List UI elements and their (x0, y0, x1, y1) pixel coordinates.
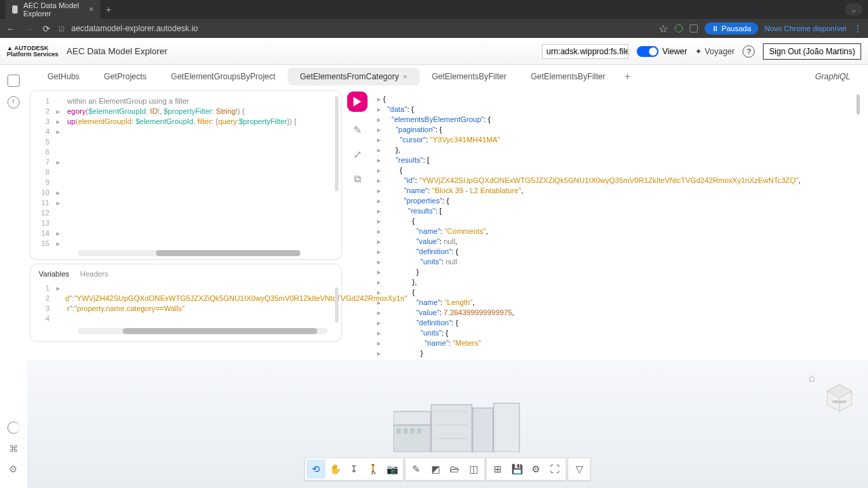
browser-chrome: AEC Data Model Explorer × + ⌄ ← → ⟳ ⊡ ae… (0, 0, 868, 38)
svg-rect-12 (494, 403, 519, 452)
section-tool[interactable]: ◩ (426, 460, 445, 479)
svg-rect-7 (403, 428, 408, 434)
tab-title: AEC Data Model Explorer (23, 1, 83, 18)
browser-menu-icon[interactable]: ⋮ (853, 23, 863, 34)
result-panel[interactable]: ▸ {▸ "data": {▸ "elementsByElementGroup"… (373, 90, 861, 359)
autodesk-logo: ▲ AUTODESK Platform Services (7, 45, 58, 58)
run-button[interactable] (347, 92, 368, 112)
svg-rect-6 (397, 428, 401, 434)
refresh-icon[interactable] (7, 422, 20, 434)
settings-icon[interactable]: ⚙ (9, 464, 18, 474)
orbit-tool[interactable]: ⟲ (307, 460, 326, 479)
properties-tool[interactable]: ⊞ (488, 460, 507, 479)
svg-rect-9 (417, 428, 421, 434)
close-tab-icon[interactable]: × (403, 73, 407, 81)
copy-icon[interactable]: ⧉ (354, 173, 361, 185)
graphiql-brand: GraphiQL (815, 72, 860, 81)
new-tab-button[interactable]: + (106, 4, 111, 15)
viewer-toolbar: ⟲ ✋ ↧ 🚶 📷 ✎ ◩ 🗁 ◫ ⊞ 💾 ⚙ ⛶ (304, 458, 591, 481)
address-bar[interactable]: aecdatamodel-explorer.autodesk.io (71, 24, 410, 33)
query-editor[interactable]: 1 within an ElementGroup using a filter2… (30, 90, 342, 260)
toggle-switch[interactable] (637, 46, 658, 57)
merge-icon[interactable]: ⤢ (353, 148, 362, 161)
query-tab[interactable]: GetElementsByFilter (519, 68, 618, 85)
keyboard-icon[interactable]: ⌘ (9, 443, 18, 454)
building-model[interactable] (393, 398, 522, 452)
tab-variables[interactable]: Variables (39, 270, 69, 278)
pause-chip[interactable]: ⏸Pausada (705, 22, 757, 35)
extensions-menu-icon[interactable] (690, 24, 698, 33)
prettify-icon[interactable]: ✎ (353, 124, 362, 136)
editor-scrollbar[interactable] (335, 96, 338, 191)
explode-tool[interactable]: 🗁 (445, 460, 464, 479)
gear-tool[interactable]: ⚙ (526, 460, 545, 479)
bookmark-icon[interactable]: ☆ (658, 22, 668, 35)
query-tab[interactable]: GetElementsByFilter (420, 68, 519, 85)
query-tab[interactable]: GetProjects (92, 68, 159, 85)
camera-tool[interactable]: 📷 (382, 460, 401, 479)
help-icon[interactable]: ? (743, 45, 755, 58)
window-expand-icon[interactable]: ⌄ (845, 3, 863, 16)
query-tab[interactable]: GetElementsFromCategory× (288, 68, 420, 85)
extension-icon[interactable] (675, 24, 683, 33)
app-header: ▲ AUTODESK Platform Services AEC Data Mo… (0, 38, 868, 65)
signout-button[interactable]: Sign Out (João Martins) (763, 43, 861, 60)
back-button[interactable]: ← (5, 24, 16, 34)
site-info-icon[interactable]: ⊡ (58, 24, 64, 33)
measure-tool[interactable]: ✎ (407, 460, 426, 479)
viewer-toggle[interactable]: Viewer (637, 46, 687, 57)
settings-tool[interactable]: 💾 (507, 460, 526, 479)
fullscreen-tool[interactable]: ⛶ (545, 460, 564, 479)
voyager-button[interactable]: ✦ Voyager (695, 47, 734, 56)
forward-button[interactable]: → (23, 24, 34, 34)
browser-tab[interactable]: AEC Data Model Explorer × (5, 0, 100, 20)
favicon-icon (12, 5, 18, 14)
docs-icon[interactable] (7, 75, 20, 87)
svg-rect-5 (393, 411, 431, 425)
viewer-3d[interactable]: ⌂ FRONT (27, 360, 868, 488)
tab-headers[interactable]: Headers (80, 270, 108, 278)
query-tab[interactable]: GetHubs (35, 68, 92, 85)
urn-input[interactable]: urn:adsk.wipprod:fs.file (542, 44, 629, 59)
svg-rect-8 (410, 428, 414, 434)
walk-tool[interactable]: 🚶 (363, 460, 382, 479)
chrome-update-label[interactable]: Novo Chrome disponível (765, 24, 846, 33)
zoom-tool[interactable]: ↧ (344, 460, 363, 479)
query-tabs: GetHubsGetProjectsGetElementGroupsByProj… (27, 65, 868, 86)
query-tab[interactable]: GetElementGroupsByProject (159, 68, 288, 85)
left-rail: ⌘ ⚙ (0, 65, 27, 488)
home-icon[interactable]: ⌂ (808, 372, 815, 384)
result-scrollbar[interactable] (856, 94, 860, 115)
vars-scrollbar[interactable] (335, 287, 338, 323)
reload-button[interactable]: ⟳ (41, 24, 52, 34)
app-title: AEC Data Model Explorer (66, 46, 167, 56)
close-icon[interactable]: × (89, 5, 94, 14)
viewcube[interactable]: FRONT (823, 382, 856, 414)
svg-rect-11 (473, 408, 493, 452)
filter-tool[interactable]: ▽ (570, 460, 589, 479)
history-icon[interactable] (7, 96, 20, 108)
pan-tool[interactable]: ✋ (326, 460, 344, 479)
voyager-icon: ✦ (695, 47, 702, 56)
svg-text:FRONT: FRONT (833, 400, 847, 404)
model-browser[interactable]: ◫ (464, 460, 483, 479)
variables-panel[interactable]: Variables Headers 1▸2 d":"YWVjZH42SUpGQX… (30, 264, 342, 342)
add-tab-button[interactable]: + (618, 70, 637, 83)
